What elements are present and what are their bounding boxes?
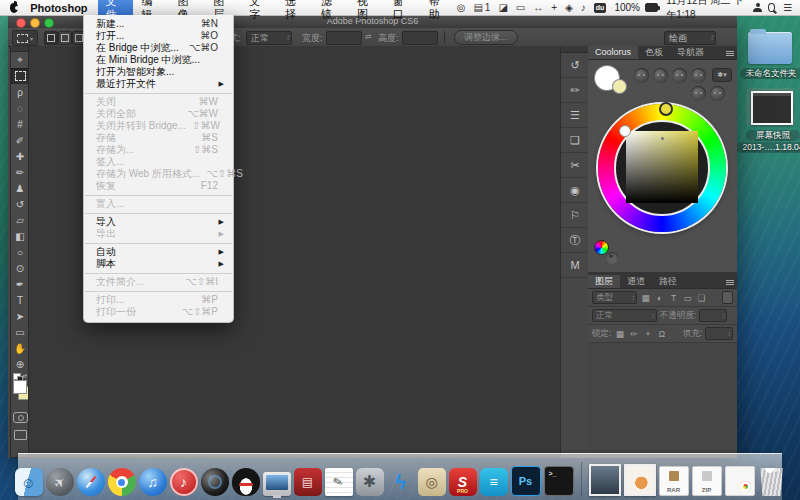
tool-presets-panel-icon[interactable]: ✂ — [561, 153, 589, 178]
screenshot-file-icon[interactable] — [746, 88, 794, 126]
filter-shape-icon[interactable]: ▭ — [682, 293, 693, 303]
path-selection-tool[interactable]: ➤ — [11, 308, 29, 324]
eye-panel-icon[interactable]: ◉ — [561, 178, 589, 203]
secondary-color-swatch[interactable] — [613, 80, 626, 93]
safari[interactable] — [77, 468, 105, 496]
finder[interactable]: ☺ — [15, 468, 43, 496]
mini-color-wheel-icon[interactable] — [594, 240, 609, 255]
menu-type[interactable]: 文字 — [241, 0, 277, 22]
sogou-pro[interactable]: S PRO — [449, 468, 477, 496]
menu-item-open-recent[interactable]: 最近打开文件 ▶ — [84, 78, 233, 90]
user-switch-icon[interactable] — [753, 3, 760, 12]
character-panel-icon[interactable]: Ⓣ — [561, 228, 589, 253]
untitled-folder-label[interactable]: 未命名文件夹 — [740, 68, 800, 79]
foreground-color-swatch[interactable] — [13, 380, 27, 394]
lock-paint-icon[interactable]: ✏ — [628, 329, 639, 339]
gradient-tool[interactable]: ◧ — [11, 228, 29, 244]
fill-input[interactable]: ↕ — [705, 327, 733, 340]
hand-tool[interactable]: ✋ — [11, 340, 29, 356]
refine-edge-button[interactable]: 调整边缘... — [454, 30, 518, 45]
clone-stamp-tool[interactable]: ♟ — [11, 180, 29, 196]
app-menu-photoshop[interactable]: Photoshop — [30, 2, 87, 14]
textedit[interactable]: ✎ — [325, 468, 353, 496]
play-icon[interactable] — [606, 252, 618, 264]
screenshot-file-label-line2[interactable]: 2013-….1.18.04 — [736, 142, 800, 153]
tab-coolorus[interactable]: Coolorus — [588, 46, 638, 59]
trash-full[interactable] — [758, 468, 786, 496]
brush-presets-panel-icon[interactable]: ☰ — [561, 103, 589, 128]
launchpad[interactable]: ✈ — [46, 468, 74, 496]
terminal[interactable]: >_ — [544, 466, 574, 496]
netease-music[interactable]: ♪ — [170, 468, 198, 496]
menu-item-new[interactable]: 新建... ⌘N — [84, 18, 233, 30]
crop-tool[interactable]: # — [11, 116, 29, 132]
menu-select[interactable]: 选择 — [277, 0, 313, 22]
filter-smart-object-icon[interactable]: ❏ — [696, 293, 707, 303]
menu-filter[interactable]: 滤镜 — [313, 0, 349, 22]
phone-manager[interactable]: ≡ — [480, 468, 508, 496]
workspace-select[interactable]: 绘画 ↕ — [664, 31, 716, 45]
sv-cursor[interactable] — [619, 125, 631, 137]
hue-marker[interactable] — [659, 102, 673, 116]
link-dimensions-icon[interactable]: ⇄ — [365, 32, 372, 41]
eyedropper-tool[interactable]: ✐ — [11, 132, 29, 148]
pen-tool[interactable]: ✒ — [11, 276, 29, 292]
blend-mode-select[interactable]: 正常 ↕ — [592, 309, 657, 322]
sync-arrows-icon[interactable]: ↔ — [533, 0, 543, 15]
tab-layers[interactable]: 图层 — [588, 275, 620, 288]
rar-archive[interactable]: RAR — [659, 466, 689, 496]
image-file-2[interactable] — [624, 464, 656, 496]
xunlei[interactable]: ϟ — [387, 468, 415, 496]
height-input[interactable] — [402, 31, 438, 45]
filter-image-icon[interactable]: ▦ — [640, 293, 651, 303]
lock-position-icon[interactable]: + — [642, 329, 653, 339]
screenshot-file-label-line1[interactable]: 屏幕快照 — [746, 130, 800, 141]
filter-adjustment-icon[interactable]: ◐ — [654, 293, 665, 303]
tab-channels[interactable]: 通道 — [620, 275, 652, 288]
panel-menu-icon[interactable] — [723, 275, 737, 288]
style-select[interactable]: 正常 ↕ — [246, 31, 292, 45]
color-knob[interactable] — [691, 68, 706, 83]
keystroke-app-icon[interactable]: ▤ — [473, 0, 482, 15]
brush-panel-icon[interactable]: ✏ — [561, 78, 589, 103]
menu-window[interactable]: 窗口 — [385, 0, 421, 22]
spotlight-search-icon[interactable] — [768, 3, 775, 12]
tab-swatches[interactable]: 色板 — [638, 46, 670, 59]
color-knob[interactable] — [710, 86, 725, 101]
menu-item-import[interactable]: 导入 ▶ — [84, 216, 233, 228]
menu-item-scripts[interactable]: 脚本 ▶ — [84, 258, 233, 270]
lock-transparency-icon[interactable]: ▦ — [614, 329, 625, 339]
quick-selection-tool[interactable]: ◌ — [11, 100, 29, 116]
menu-item-automate[interactable]: 自动 ▶ — [84, 246, 233, 258]
annotations-panel-icon[interactable]: ⚐ — [561, 203, 589, 228]
type-tool[interactable]: T — [11, 292, 29, 308]
hue-wheel[interactable] — [598, 104, 726, 232]
healing-brush-tool[interactable]: ✚ — [11, 148, 29, 164]
menu-item-browse-in-bridge[interactable]: 在 Bridge 中浏览... ⌥⌘O — [84, 42, 233, 54]
move-center-icon[interactable]: + — [551, 0, 557, 15]
brush-tool[interactable]: ✏ — [11, 164, 29, 180]
menubar-clock[interactable]: 11月12日 周二 下午1:18 — [666, 0, 745, 22]
zip-archive[interactable]: ZIP — [692, 466, 722, 496]
photoshop[interactable]: Ps — [511, 466, 541, 496]
panel-menu-icon[interactable] — [723, 46, 737, 59]
layer-filter-select[interactable]: 类型 ↕ — [592, 291, 637, 304]
menu-item-open[interactable]: 打开... ⌘O — [84, 30, 233, 42]
input-method-icon[interactable]: ◎ — [457, 0, 466, 15]
apple-menu-icon[interactable] — [10, 3, 18, 13]
selection-add-button[interactable] — [58, 31, 72, 45]
keystroke-count[interactable]: 1 — [485, 0, 491, 15]
display-menu-icon[interactable]: ▭ — [516, 0, 525, 15]
history-brush-tool[interactable]: ↺ — [11, 196, 29, 212]
dodge-tool[interactable]: ⊙ — [11, 260, 29, 276]
qq[interactable] — [232, 468, 260, 496]
photo-booth[interactable] — [201, 468, 229, 496]
dictionary-app[interactable]: ◎ — [418, 468, 446, 496]
menu-help[interactable]: 帮助 — [421, 0, 457, 22]
coolorus-settings-button[interactable]: ✱▾ — [712, 68, 732, 82]
clone-source-panel-icon[interactable]: ❏ — [561, 128, 589, 153]
image-file-1[interactable] — [589, 464, 621, 496]
color-knob[interactable] — [672, 68, 687, 83]
opacity-input[interactable]: ↕ — [699, 309, 727, 322]
filter-type-icon[interactable]: T — [668, 293, 679, 303]
